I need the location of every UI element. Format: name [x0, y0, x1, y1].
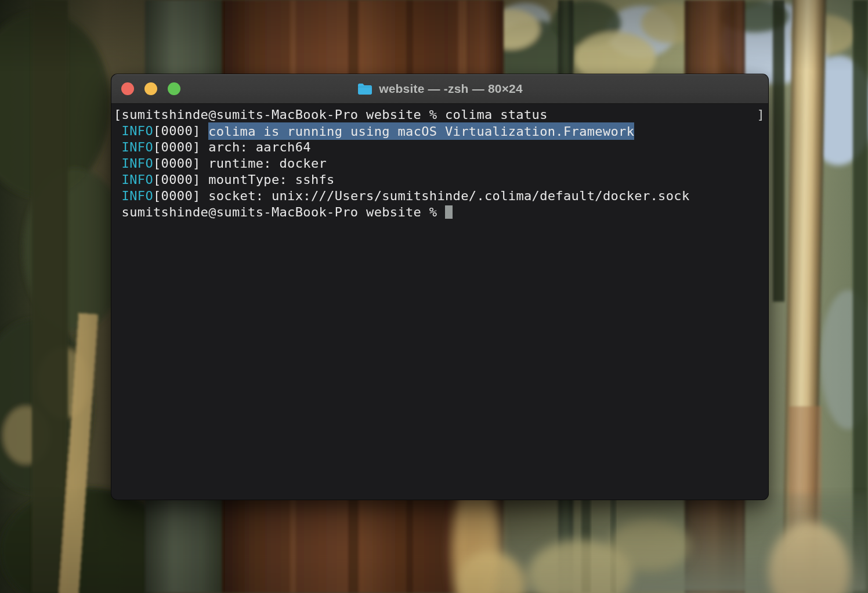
- terminal-text: [0000]: [153, 189, 208, 203]
- terminal-text: arch: aarch64: [208, 140, 311, 154]
- terminal-output[interactable]: [sumitshinde@sumits-MacBook-Pro website …: [111, 104, 768, 223]
- terminal-text: [0000]: [153, 140, 208, 154]
- terminal-line: INFO[0000] arch: aarch64: [114, 139, 766, 156]
- terminal-text: INFO: [122, 156, 153, 171]
- terminal-text: [114, 140, 122, 154]
- desktop: website — -zsh — 80×24 [sumitshinde@sumi…: [0, 0, 868, 593]
- traffic-lights: [121, 74, 180, 103]
- window-titlebar[interactable]: website — -zsh — 80×24: [111, 74, 768, 104]
- terminal-text: [0000]: [153, 172, 208, 187]
- terminal-text: [0000]: [153, 156, 208, 171]
- terminal-line: sumitshinde@sumits-MacBook-Pro website %: [114, 204, 766, 220]
- close-button[interactable]: [121, 82, 134, 95]
- terminal-line: INFO[0000] colima is running using macOS…: [114, 123, 766, 139]
- terminal-line: INFO[0000] mountType: sshfs: [114, 172, 766, 188]
- window-title-group: website — -zsh — 80×24: [357, 82, 523, 96]
- terminal-text: INFO: [122, 189, 153, 203]
- terminal-window: website — -zsh — 80×24 [sumitshinde@sumi…: [111, 74, 769, 500]
- terminal-text: mountType: sshfs: [208, 172, 335, 187]
- terminal-text: [114, 156, 122, 171]
- terminal-text: socket: unix:///Users/sumitshinde/.colim…: [208, 189, 689, 203]
- terminal-cursor: [445, 205, 453, 219]
- terminal-text: runtime: docker: [208, 156, 327, 171]
- terminal-text: [114, 172, 122, 187]
- terminal-text: INFO: [122, 124, 153, 138]
- zoom-button[interactable]: [168, 82, 180, 95]
- prompt-mark-right: ]: [757, 107, 765, 123]
- terminal-text: INFO: [122, 172, 153, 187]
- minimize-button[interactable]: [144, 82, 157, 95]
- terminal-text: INFO: [122, 140, 153, 154]
- terminal-text: [114, 124, 122, 138]
- terminal-text: [0000]: [153, 124, 208, 138]
- terminal-line: INFO[0000] runtime: docker: [114, 156, 766, 172]
- terminal-line: [sumitshinde@sumits-MacBook-Pro website …: [114, 107, 766, 123]
- folder-icon: [357, 82, 373, 96]
- window-title: website — -zsh — 80×24: [379, 82, 523, 96]
- terminal-line: INFO[0000] socket: unix:///Users/sumitsh…: [114, 188, 766, 204]
- terminal-text: [114, 189, 122, 203]
- terminal-text: sumitshinde@sumits-MacBook-Pro website %: [114, 205, 445, 219]
- selected-text[interactable]: colima is running using macOS Virtualiza…: [208, 122, 634, 140]
- terminal-text: [sumitshinde@sumits-MacBook-Pro website …: [114, 107, 548, 122]
